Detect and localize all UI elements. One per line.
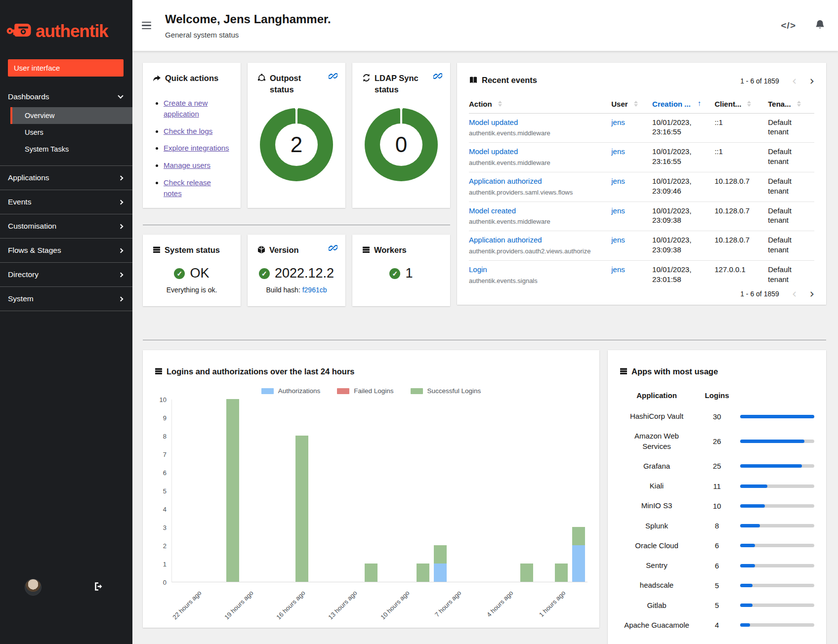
sidebar-item-label: Overview (25, 112, 54, 120)
event-user-link[interactable]: jens (611, 206, 625, 215)
quick-action-link-check-the-logs[interactable]: Check the logs (164, 127, 212, 135)
ldap-count: 0 (395, 132, 407, 157)
event-action-link[interactable]: Model created (469, 206, 516, 215)
sidebar-item-flows-stages[interactable]: Flows & Stages (0, 238, 132, 262)
legend-swatch (337, 388, 349, 394)
column-header-action[interactable]: Action (469, 96, 611, 113)
pagination-prev-icon[interactable]: ‹ (792, 78, 797, 84)
bar-stack (226, 399, 239, 582)
sync-icon (362, 74, 371, 85)
legend-swatch (411, 388, 423, 394)
column-header-tena[interactable]: Tena... (768, 96, 814, 113)
event-action-link[interactable]: Model updated (469, 147, 518, 156)
sidebar-item-overview[interactable]: Overview (10, 107, 132, 124)
sidebar-item-directory[interactable]: Directory (0, 262, 132, 286)
event-action-link[interactable]: Model updated (469, 118, 518, 126)
card-title-text: LDAP Sync status (375, 73, 426, 95)
event-context: authentik.events.middleware (469, 159, 606, 167)
cube-icon (257, 245, 265, 257)
sidebar-item-label: Events (8, 198, 31, 206)
external-link-icon[interactable] (433, 72, 442, 82)
sidebar-item-customisation[interactable]: Customisation (0, 214, 132, 238)
event-action-link[interactable]: Login (469, 265, 487, 274)
workers-value: 1 (405, 266, 413, 281)
event-action-link[interactable]: Application authorized (469, 177, 542, 185)
build-hash-link[interactable]: f2961cb (302, 286, 327, 294)
event-client: 10.128.0.7 (714, 177, 750, 185)
quick-action-item: Check the logs (164, 126, 231, 137)
page-subtitle: General system status (165, 31, 331, 39)
app-usage-bar-fill (740, 504, 765, 508)
bar-segment-successful (520, 564, 533, 582)
version-value: 2022.12.2 (275, 266, 334, 281)
sort-icon (747, 101, 751, 107)
apps-table-body: Application Logins HashiCorp Vault30Amaz… (620, 391, 814, 635)
legend-swatch (261, 388, 274, 394)
app-usage-bar (740, 524, 814, 527)
sidebar-item-applications[interactable]: Applications (0, 165, 132, 190)
sidebar-item-label: Flows & Stages (8, 246, 61, 255)
event-context: authentik.providers.saml.views.flows (469, 189, 606, 197)
sidebar-item-system-tasks[interactable]: System Tasks (10, 141, 132, 158)
pagination-next-icon[interactable]: › (809, 78, 814, 84)
sidebar-group-dashboards[interactable]: Dashboards (0, 87, 132, 107)
chart-area: 012345678910 (155, 400, 587, 582)
chart-legend: AuthorizationsFailed LoginsSuccessful Lo… (155, 387, 587, 395)
pagination-label: 1 - 6 of 1859 (740, 77, 779, 85)
hamburger-menu-icon[interactable] (140, 20, 153, 32)
card-title-text: Apps with most usage (631, 366, 718, 377)
quick-action-link-create-a-new-application[interactable]: Create a new application (164, 99, 208, 118)
outpost-donut-chart: 2 (260, 108, 333, 181)
apps-column-bar-spacer (740, 396, 814, 402)
chevron-right-icon (119, 248, 124, 253)
external-link-icon[interactable] (329, 243, 337, 254)
app-name: MinIO S3 (620, 496, 694, 516)
table-row: Application authorizedauthentik.provider… (469, 172, 814, 202)
chart-y-axis: 012345678910 (155, 400, 171, 582)
table-row: Application authorizedauthentik.provider… (469, 231, 814, 261)
sidebar-item-users[interactable]: Users (10, 124, 132, 141)
card-title-text: Version (269, 244, 299, 256)
sidebar-item-events[interactable]: Events (0, 190, 132, 214)
system-status-card: System status ✓ OK Everything is ok. (143, 235, 241, 306)
column-header-creation[interactable]: Creation ...↑ (652, 96, 714, 113)
event-user-link[interactable]: jens (611, 118, 625, 126)
event-action-link[interactable]: Application authorized (469, 236, 542, 244)
outpost-title-row: Outpost status (257, 73, 322, 95)
sidebar-item-label: Directory (8, 270, 39, 279)
column-header-user[interactable]: User (611, 96, 652, 113)
event-user-link[interactable]: jens (611, 265, 625, 274)
avatar[interactable] (25, 579, 42, 596)
event-created: 10/01/2023, 23:16:55 (652, 118, 691, 136)
chart-x-axis: 22 hours ago19 hours ago16 hours ago13 h… (171, 582, 587, 627)
event-user-link[interactable]: jens (611, 147, 625, 156)
column-header-client[interactable]: Client... (714, 96, 768, 113)
sidebar-nav: Dashboards OverviewUsersSystem Tasks App… (0, 87, 132, 311)
app-usage-bar (740, 440, 814, 443)
sign-out-icon[interactable] (94, 582, 104, 593)
quick-action-link-explore-integrations[interactable]: Explore integrations (164, 144, 229, 152)
share-arrow-icon (153, 74, 161, 85)
sidebar-item-system[interactable]: System (0, 286, 132, 311)
pagination-next-icon[interactable]: › (809, 290, 814, 297)
event-client: ::1 (714, 147, 723, 156)
notifications-bell-icon[interactable] (815, 19, 825, 32)
sidebar-dashboards-items: OverviewUsersSystem Tasks (10, 107, 132, 158)
quick-action-link-check-release-notes[interactable]: Check release notes (164, 178, 211, 198)
app-usage-bar (740, 504, 814, 508)
pagination-prev-icon[interactable]: ‹ (792, 290, 797, 297)
version-title-row: Version (257, 244, 335, 257)
event-created: 10/01/2023, 23:09:46 (652, 177, 691, 195)
y-axis-tick-label: 1 (163, 561, 167, 568)
quick-action-link-manage-users[interactable]: Manage users (164, 161, 210, 169)
event-user-link[interactable]: jens (611, 236, 625, 244)
legend-label: Failed Logins (354, 387, 393, 395)
app-login-count: 26 (699, 437, 735, 445)
book-icon (469, 76, 478, 87)
event-user-link[interactable]: jens (611, 177, 625, 185)
external-link-icon[interactable] (329, 72, 337, 82)
user-interface-button[interactable]: User interface (8, 59, 124, 77)
api-code-icon[interactable]: </> (781, 20, 796, 31)
column-header-label: Action (469, 100, 492, 108)
server-icon (620, 367, 628, 378)
